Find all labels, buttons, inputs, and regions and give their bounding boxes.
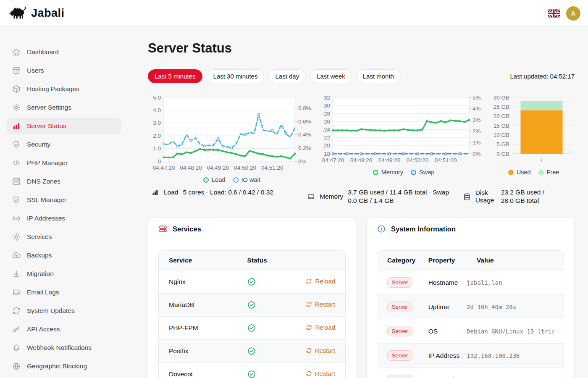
range-button-last-week[interactable]: Last week [310,69,352,83]
service-action-reload-button[interactable]: Reload [306,278,335,285]
avatar[interactable]: A [566,6,580,21]
legend-item-used: Used [508,169,531,176]
svg-text:0.4%: 0.4% [298,131,311,138]
svg-text:20 GB: 20 GB [494,113,509,119]
memory-chart: 18202224262830320%1%2%3%4%5%04:47:2004:4… [317,93,490,165]
legend-dot [411,170,416,175]
legend-label: Free [547,169,559,176]
svg-text:4%: 4% [472,105,481,112]
disk-chart-legend: UsedFree [508,169,559,176]
sysinfo-card-header: System Information [367,218,574,240]
services-col-status: Status [237,251,291,270]
sidebar-item-server-status[interactable]: Server Status [7,118,121,134]
shield-check-icon [12,195,21,205]
sysinfo-table: CategoryPropertyValue ServerHostnamejaba… [377,251,564,378]
sysinfo-value: Debian GNU/Linux 13 (trixie) [467,328,554,335]
sidebar-item-dns-zones[interactable]: DNS Zones [7,173,121,190]
svg-text:5.0: 5.0 [153,94,161,101]
range-button-last-month[interactable]: Last month [356,69,401,83]
brand[interactable]: Jabali [8,6,65,21]
svg-text:18: 18 [324,151,330,157]
sidebar-item-dashboard[interactable]: Dashboard [7,44,121,60]
sysinfo-card-body: CategoryPropertyValue ServerHostnamejaba… [367,240,574,378]
svg-text:30: 30 [324,102,330,109]
service-name: Nginx [159,270,237,293]
status-ok-icon [247,370,256,378]
svg-text:04:50:20: 04:50:20 [407,157,429,163]
page-title: Server Status [148,40,575,56]
bell-icon [12,343,21,352]
svg-text:5%: 5% [472,94,481,101]
legend-label: Memory [381,169,403,176]
service-status [237,293,291,316]
sidebar-item-users[interactable]: Users [7,62,121,79]
sidebar-item-api-access[interactable]: API Access [7,321,121,338]
sidebar-item-webhook-notifications[interactable]: Webhook Notifications [7,339,121,356]
svg-text:4.0: 4.0 [153,107,161,113]
stat-value: 3.7 GB used / 11.4 GB total · Swap 0.0 G… [348,188,459,205]
sysinfo-row-os: ServerOSDebian GNU/Linux 13 (trixie) [377,319,564,343]
broadcast-icon [12,214,21,223]
range-button-last-30-minutes[interactable]: Last 30 minutes [207,69,265,83]
services-col-actions [291,251,345,270]
memory-icon [307,193,315,201]
legend-dot [538,170,544,175]
refresh-icon [12,306,21,315]
svg-text:04:48:20: 04:48:20 [350,157,373,163]
category-badge: Server [387,375,412,378]
sidebar-item-php-manager[interactable]: PHP Manager [7,155,121,171]
sidebar-item-backups[interactable]: Backups [7,247,121,264]
cards-row: Services ServiceStatus NginxReloadMariaD… [148,218,575,378]
svg-text:04:51:20: 04:51:20 [261,165,284,171]
sidebar-item-geographic-blocking[interactable]: Geographic Blocking [7,358,121,375]
service-row-mariadb: MariaDBRestart [159,293,345,316]
svg-text:0.2%: 0.2% [298,145,311,151]
sidebar-item-ssl-manager[interactable]: SSL Manager [7,192,121,208]
sysinfo-value: 2d 10h 40m 28s [467,304,554,310]
code-icon [12,158,21,168]
range-button-last-day[interactable]: Last day [268,69,306,83]
svg-text:0: 0 [158,158,161,165]
topbar-actions: A [548,6,580,21]
svg-text:22: 22 [324,134,330,141]
legend-item-free: Free [538,169,559,176]
load-chart-block: 01.02.03.04.05.00%0.2%0.4%0.6%0.8%04:47:… [148,93,316,183]
time-range-controls: Last 5 minutesLast 30 minutesLast dayLas… [148,69,575,83]
sidebar-item-server-settings[interactable]: Server Settings [7,99,121,116]
sidebar-item-system-updates[interactable]: System Updates [7,302,121,319]
service-action-restart-button[interactable]: Restart [306,370,335,377]
svg-text:3%: 3% [472,117,481,123]
sysinfo-col-category: Category [377,251,418,270]
sidebar-item-hosting-packages[interactable]: Hosting Packages [7,81,121,97]
sysinfo-row-hostname: ServerHostnamejabali.lan [377,270,564,294]
range-button-last-5-minutes[interactable]: Last 5 minutes [148,69,202,83]
sidebar-item-security[interactable]: Security [7,136,121,153]
gear-icon [12,103,21,112]
service-name: Dovecot [159,362,237,378]
service-action-restart-button[interactable]: Restart [306,347,335,354]
service-action-reload-button[interactable]: Reload [306,324,335,331]
sidebar-item-migration[interactable]: Migration [7,265,121,282]
sidebar-item-email-logs[interactable]: Email Logs [7,284,121,301]
status-ok-icon [247,277,256,286]
refresh-icon [306,347,312,354]
sidebar-nav: DashboardUsersHosting PackagesServer Set… [0,27,128,378]
refresh-icon [306,301,312,307]
service-action-restart-button[interactable]: Restart [306,301,335,308]
language-flag-button[interactable] [548,9,560,18]
service-action-label: Reload [315,278,335,285]
charts-row: 01.02.03.04.05.00%0.2%0.4%0.6%0.8%04:47:… [148,93,575,183]
stat-load: Load5 cores · Load: 0.6 / 0.42 / 0.32 [148,188,300,197]
package-icon [12,84,21,94]
svg-text:2.0: 2.0 [153,133,161,139]
load-chart: 01.02.03.04.05.00%0.2%0.4%0.6%0.8%04:47:… [148,93,316,173]
sidebar-item-services[interactable]: Services [7,228,121,245]
gear-icon [12,232,21,242]
status-ok-icon [247,323,256,333]
stat-value: 5 cores · Load: 0.6 / 0.42 / 0.32 [183,188,273,197]
sysinfo-row-connections: ServerConnections113 [377,368,564,378]
svg-text:28: 28 [324,110,330,117]
svg-text:04:50:20: 04:50:20 [234,165,256,171]
sidebar-item-ip-addresses[interactable]: IP Addresses [7,210,121,227]
stat-label: Load [164,189,178,196]
